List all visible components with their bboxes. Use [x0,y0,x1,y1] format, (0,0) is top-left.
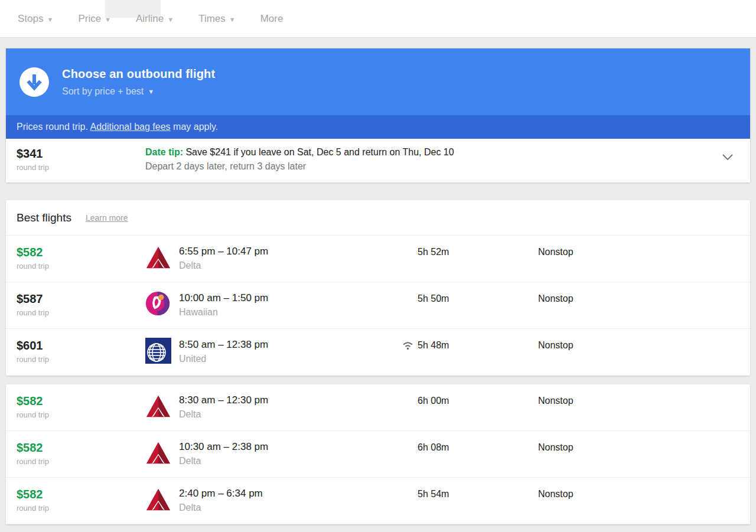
flight-price-sub: round trip [17,457,145,466]
delta-logo-icon [145,244,171,270]
flight-row[interactable]: $582 round trip [6,236,750,282]
other-flights-card: $582 round trip [6,384,750,524]
flight-row[interactable]: $587 round trip [6,282,750,329]
flight-duration: 5h 48m [418,340,449,351]
expand-chevron-icon[interactable] [722,153,734,161]
delta-logo-icon [145,393,171,419]
delta-logo-icon [145,440,171,466]
flight-price: $587 [17,292,145,306]
flight-duration: 6h 00m [418,396,449,406]
flight-price-sub: round trip [17,410,145,419]
flight-row[interactable]: $601 round trip [6,329,750,376]
flight-times: 6:55 pm – 10:47 pm [179,246,418,257]
filter-airline[interactable]: Airline ▼ [136,13,174,25]
flight-stops: Nonstop [538,489,573,500]
filter-airline-label: Airline [136,13,164,25]
flight-stops: Nonstop [538,293,573,304]
best-flights-title: Best flights [17,211,71,224]
flight-times: 10:30 am – 2:38 pm [179,441,418,453]
chevron-down-icon: ▼ [229,16,236,23]
filter-bar: Stops ▼ Price ▼ Airline ▼ Times ▼ More [0,0,756,38]
flight-price-sub: round trip [17,308,145,317]
filter-stops-label: Stops [18,13,43,25]
flight-row[interactable]: $582 round trip [6,478,750,524]
chevron-down-icon: ▼ [47,16,53,23]
filter-price-label: Price [78,13,101,25]
united-logo-icon [145,338,171,364]
flight-times: 10:00 am – 1:50 pm [179,292,418,304]
page-title: Choose an outbound flight [62,67,215,81]
flight-stops: Nonstop [538,340,573,351]
filter-more[interactable]: More [260,13,284,25]
flight-times: 8:30 am – 12:30 pm [179,394,418,406]
flight-airline: Delta [179,260,418,271]
flight-duration: 5h 52m [418,247,449,257]
flight-airline: United [179,354,418,364]
flight-price: $582 [17,488,145,501]
flight-duration: 5h 50m [418,293,449,304]
flight-stops: Nonstop [538,247,573,257]
chevron-down-icon: ▼ [105,16,111,23]
date-tip-text: Date tip: Save $241 if you leave on Sat,… [145,147,716,158]
date-tip-card[interactable]: $341 round trip Date tip: Save $241 if y… [6,139,750,182]
down-arrow-circle-icon [19,67,49,97]
wifi-icon [402,341,413,350]
chevron-down-icon: ▼ [148,88,154,95]
outbound-header: Choose an outbound flight Sort by price … [6,48,750,115]
flight-row[interactable]: $582 round trip [6,431,750,478]
date-tip-detail: Depart 2 days later, return 3 days later [145,161,716,172]
flight-price-sub: round trip [17,504,145,513]
chevron-down-icon: ▼ [167,16,174,23]
flight-duration: 5h 54m [418,489,449,500]
learn-more-link[interactable]: Learn more [86,213,128,223]
flight-stops: Nonstop [538,442,573,453]
sort-label: Sort by price + best [62,86,144,97]
trip-price: $341 [17,147,145,161]
flight-price: $582 [17,394,145,408]
sort-dropdown[interactable]: Sort by price + best ▼ [62,86,215,97]
flight-price: $601 [17,339,145,353]
flight-price-sub: round trip [17,262,145,270]
other-flights-list: $582 round trip [6,384,750,524]
flight-airline: Delta [179,456,418,466]
flight-times: 8:50 am – 12:38 pm [179,339,418,351]
filter-times-label: Times [198,13,226,25]
bag-fees-link[interactable]: Additional bag fees [90,122,171,132]
flight-price-sub: round trip [17,355,145,364]
trip-price-sub: round trip [17,163,145,172]
date-tip-label: Date tip: [145,147,183,157]
filter-stops[interactable]: Stops ▼ [18,13,53,25]
flight-airline: Hawaiian [179,307,418,318]
filter-more-label: More [260,13,284,25]
flight-airline: Delta [179,409,418,420]
delta-logo-icon [145,487,171,513]
flight-price: $582 [17,441,145,455]
filter-times[interactable]: Times ▼ [198,13,236,25]
flight-duration: 6h 08m [418,442,449,453]
best-flights-card: Best flights Learn more $582 round trip [6,200,750,376]
price-notice-bar: Prices round trip. Additional bag fees m… [6,115,750,139]
flight-row[interactable]: $582 round trip [6,384,750,431]
flight-stops: Nonstop [538,396,573,406]
flight-airline: Delta [179,502,418,513]
outbound-header-stack: Choose an outbound flight Sort by price … [6,48,750,182]
best-flights-list: $582 round trip [6,236,750,376]
filter-price[interactable]: Price ▼ [78,13,111,25]
notice-text: Prices round trip. Additional bag fees m… [17,122,218,132]
flight-price: $582 [17,246,145,259]
flight-times: 2:40 pm – 6:34 pm [179,488,418,500]
hawaiian-logo-icon [145,291,170,316]
